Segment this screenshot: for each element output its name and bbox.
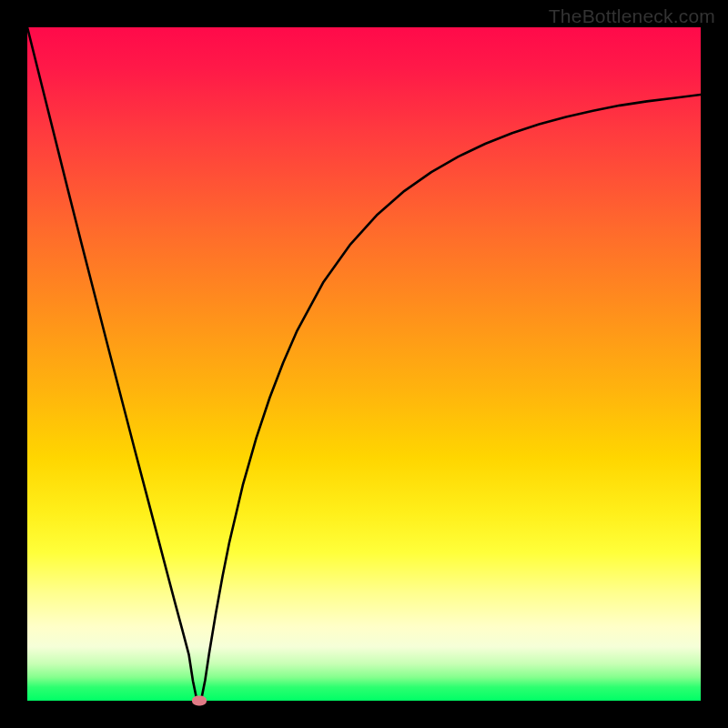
watermark-text: TheBottleneck.com <box>549 5 715 27</box>
optimum-marker <box>192 696 207 706</box>
plot-area <box>27 27 701 701</box>
bottleneck-curve <box>27 27 701 701</box>
chart-frame: TheBottleneck.com <box>0 0 728 728</box>
